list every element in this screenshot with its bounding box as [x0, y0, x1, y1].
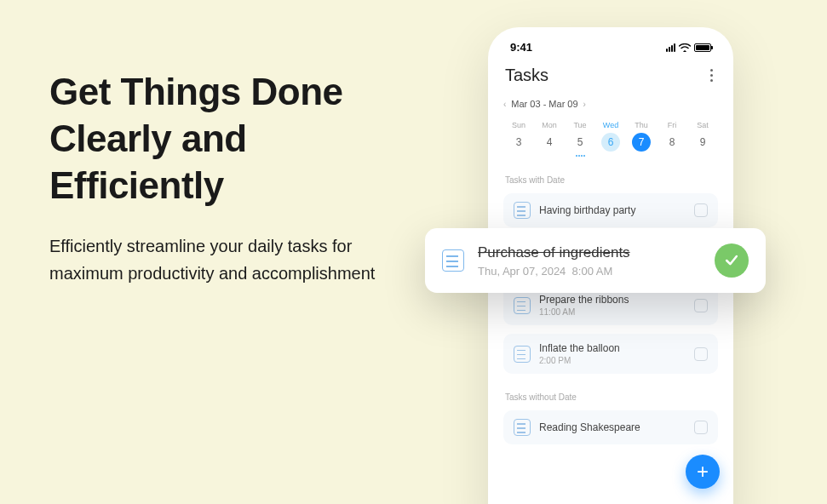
task-time: 11:00 AM — [539, 307, 686, 317]
task-list-icon — [514, 346, 531, 363]
task-title: Prepare the ribbons — [539, 294, 686, 306]
task-checkbox[interactable] — [694, 347, 708, 361]
popup-task-datetime: Thu, Apr 07, 2024 8:00 AM — [478, 265, 701, 278]
section-with-date: Tasks with Date — [503, 175, 718, 185]
task-checkbox[interactable] — [694, 203, 708, 217]
chevron-right-icon[interactable]: › — [583, 100, 586, 109]
day-thu[interactable]: Thu 7 — [628, 121, 655, 157]
task-list-icon — [514, 419, 531, 436]
status-bar: 9:41 — [503, 41, 718, 54]
status-icons — [666, 43, 711, 52]
hero-copy: Get Things Done Clearly and Efficiently … — [49, 68, 424, 287]
app-header: Tasks — [503, 66, 718, 85]
section-without-date: Tasks without Date — [503, 392, 718, 402]
more-icon[interactable] — [707, 66, 716, 85]
battery-icon — [694, 43, 711, 52]
task-title: Inflate the balloon — [539, 342, 686, 354]
status-time: 9:41 — [510, 41, 532, 54]
task-row[interactable]: Reading Shakespeare — [503, 410, 718, 444]
plus-icon: + — [697, 460, 709, 484]
day-tue[interactable]: Tue 5 — [566, 121, 594, 157]
task-list-icon — [442, 249, 464, 272]
task-list-icon — [514, 202, 531, 219]
hero-headline: Get Things Done Clearly and Efficiently — [49, 68, 424, 209]
page-title: Tasks — [505, 66, 548, 85]
completed-task-popup: Purchase of ingredients Thu, Apr 07, 202… — [425, 228, 766, 293]
wifi-icon — [679, 43, 691, 52]
task-row[interactable]: Having birthday party — [503, 193, 718, 227]
week-day-row: Sun 3 Mon 4 Tue 5 Wed 6 Thu 7 Fri 8 Sat … — [503, 121, 718, 157]
task-list-icon — [514, 297, 531, 314]
date-range-selector[interactable]: ‹ Mar 03 - Mar 09 › — [503, 99, 718, 109]
day-wed[interactable]: Wed 6 — [597, 121, 624, 157]
date-range-label: Mar 03 - Mar 09 — [511, 99, 577, 109]
task-title: Having birthday party — [539, 204, 686, 216]
check-complete-icon[interactable] — [715, 243, 749, 278]
signal-icon — [666, 43, 675, 52]
day-sun[interactable]: Sun 3 — [505, 121, 532, 157]
task-title: Reading Shakespeare — [539, 421, 686, 433]
task-row[interactable]: Inflate the balloon 2:00 PM — [503, 334, 718, 374]
task-checkbox[interactable] — [694, 421, 708, 434]
popup-task-title: Purchase of ingredients — [478, 244, 701, 261]
day-sat[interactable]: Sat 9 — [689, 121, 716, 157]
day-fri[interactable]: Fri 8 — [658, 121, 686, 157]
hero-subtitle: Efficiently streamline your daily tasks … — [49, 232, 424, 287]
add-task-button[interactable]: + — [686, 455, 720, 489]
task-time: 2:00 PM — [539, 356, 686, 365]
day-mon[interactable]: Mon 4 — [536, 121, 563, 157]
chevron-left-icon[interactable]: ‹ — [503, 100, 506, 109]
task-checkbox[interactable] — [694, 299, 708, 312]
